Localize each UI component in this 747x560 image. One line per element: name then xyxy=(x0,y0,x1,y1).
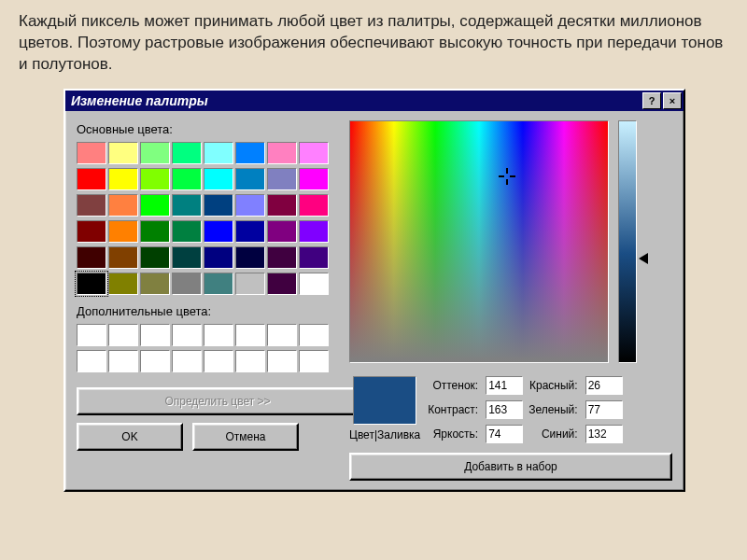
custom-swatch[interactable] xyxy=(172,350,202,372)
basic-swatch[interactable] xyxy=(108,168,138,190)
blue-input[interactable]: 132 xyxy=(585,425,623,443)
ok-button[interactable]: OK xyxy=(77,423,183,451)
basic-swatch[interactable] xyxy=(172,194,202,217)
basic-swatch[interactable] xyxy=(77,273,106,295)
basic-swatch[interactable] xyxy=(77,168,106,190)
basic-swatch[interactable] xyxy=(77,194,106,217)
basic-swatch[interactable] xyxy=(299,246,329,269)
green-input[interactable]: 77 xyxy=(585,400,623,419)
hue-input[interactable]: 141 xyxy=(486,376,523,395)
basic-swatch[interactable] xyxy=(204,246,233,269)
hue-sat-field[interactable] xyxy=(349,120,609,363)
custom-swatch[interactable] xyxy=(235,350,265,372)
basic-swatch[interactable] xyxy=(267,246,297,269)
custom-swatch[interactable] xyxy=(77,324,106,346)
basic-swatch[interactable] xyxy=(299,142,329,164)
custom-swatch[interactable] xyxy=(204,324,233,346)
basic-swatch[interactable] xyxy=(172,246,202,269)
basic-swatch[interactable] xyxy=(108,142,138,164)
basic-swatch[interactable] xyxy=(140,142,170,164)
slide-paragraph: Каждый пиксель может принимать любой цве… xyxy=(0,0,747,83)
basic-swatch[interactable] xyxy=(108,246,138,269)
cancel-button[interactable]: Отмена xyxy=(192,423,299,451)
basic-swatch[interactable] xyxy=(204,220,233,243)
custom-swatch[interactable] xyxy=(267,350,297,372)
define-color-button[interactable]: Определить цвет >> xyxy=(77,387,359,415)
custom-swatch[interactable] xyxy=(299,350,329,372)
basic-swatch[interactable] xyxy=(77,246,106,269)
basic-swatch[interactable] xyxy=(267,220,297,243)
basic-swatch[interactable] xyxy=(299,194,329,217)
sat-input[interactable]: 163 xyxy=(486,400,523,419)
sat-label: Контраст: xyxy=(428,403,478,416)
basic-swatch[interactable] xyxy=(204,142,233,164)
basic-swatch[interactable] xyxy=(108,220,138,243)
custom-swatch[interactable] xyxy=(235,324,265,346)
basic-swatch[interactable] xyxy=(299,273,329,295)
basic-swatch[interactable] xyxy=(108,273,138,295)
close-button[interactable]: × xyxy=(663,92,682,109)
basic-swatch[interactable] xyxy=(108,194,138,217)
lum-label: Яркость: xyxy=(428,427,478,441)
custom-swatch[interactable] xyxy=(140,324,170,346)
basic-swatch[interactable] xyxy=(267,168,297,190)
left-panel: Основные цвета: Дополнительные цвета: Оп… xyxy=(77,120,336,481)
basic-swatch[interactable] xyxy=(235,220,265,243)
basic-swatch[interactable] xyxy=(172,168,202,190)
lum-input[interactable]: 74 xyxy=(486,425,523,443)
crosshair-icon xyxy=(500,170,514,183)
custom-swatch[interactable] xyxy=(140,350,170,372)
custom-swatch[interactable] xyxy=(77,350,106,372)
basic-swatch[interactable] xyxy=(267,194,297,217)
basic-swatch[interactable] xyxy=(140,273,170,295)
color-solid-label: Цвет|Заливка xyxy=(349,428,420,441)
titlebar-text: Изменение палитры xyxy=(71,93,208,108)
basic-swatch[interactable] xyxy=(77,142,106,164)
custom-swatch[interactable] xyxy=(108,350,138,372)
basic-swatch[interactable] xyxy=(204,168,233,190)
hue-label: Оттенок: xyxy=(428,379,478,392)
basic-colors-label: Основные цвета: xyxy=(77,122,336,136)
basic-swatch[interactable] xyxy=(267,142,297,164)
custom-colors-label: Дополнительные цвета: xyxy=(77,304,336,318)
basic-swatch[interactable] xyxy=(140,246,170,269)
custom-swatch[interactable] xyxy=(299,324,329,346)
custom-swatch[interactable] xyxy=(204,350,233,372)
basic-swatch[interactable] xyxy=(140,194,170,217)
add-to-set-button[interactable]: Добавить в набор xyxy=(349,453,672,481)
custom-swatches-grid xyxy=(77,324,336,372)
help-button[interactable]: ? xyxy=(642,92,661,109)
basic-swatch[interactable] xyxy=(235,246,265,269)
basic-swatch[interactable] xyxy=(235,273,265,295)
red-label: Красный: xyxy=(529,379,578,392)
basic-swatch[interactable] xyxy=(172,142,202,164)
right-panel: Цвет|Заливка Оттенок: 141 Красный: 26 Ко… xyxy=(349,120,672,481)
blue-label: Синий: xyxy=(529,427,578,441)
basic-swatch[interactable] xyxy=(204,273,233,295)
basic-swatch[interactable] xyxy=(140,220,170,243)
basic-swatch[interactable] xyxy=(204,194,233,217)
basic-swatch[interactable] xyxy=(235,194,265,217)
basic-swatch[interactable] xyxy=(140,168,170,190)
basic-swatch[interactable] xyxy=(172,220,202,243)
custom-swatch[interactable] xyxy=(108,324,138,346)
basic-swatch[interactable] xyxy=(299,168,329,190)
basic-swatch[interactable] xyxy=(172,273,202,295)
color-preview xyxy=(353,376,416,425)
basic-swatches-grid xyxy=(77,142,336,295)
basic-swatch[interactable] xyxy=(235,168,265,190)
basic-swatch[interactable] xyxy=(267,273,297,295)
luminance-arrow-icon[interactable] xyxy=(639,253,648,264)
basic-swatch[interactable] xyxy=(77,220,106,243)
color-dialog: Изменение палитры ? × Основные цвета: До… xyxy=(63,89,685,492)
custom-swatch[interactable] xyxy=(267,324,297,346)
basic-swatch[interactable] xyxy=(235,142,265,164)
custom-swatch[interactable] xyxy=(172,324,202,346)
titlebar[interactable]: Изменение палитры ? × xyxy=(65,91,684,111)
luminance-slider[interactable] xyxy=(618,120,637,363)
red-input[interactable]: 26 xyxy=(585,376,623,395)
green-label: Зеленый: xyxy=(529,403,578,416)
preview-area: Цвет|Заливка xyxy=(349,376,420,443)
basic-swatch[interactable] xyxy=(299,220,329,243)
